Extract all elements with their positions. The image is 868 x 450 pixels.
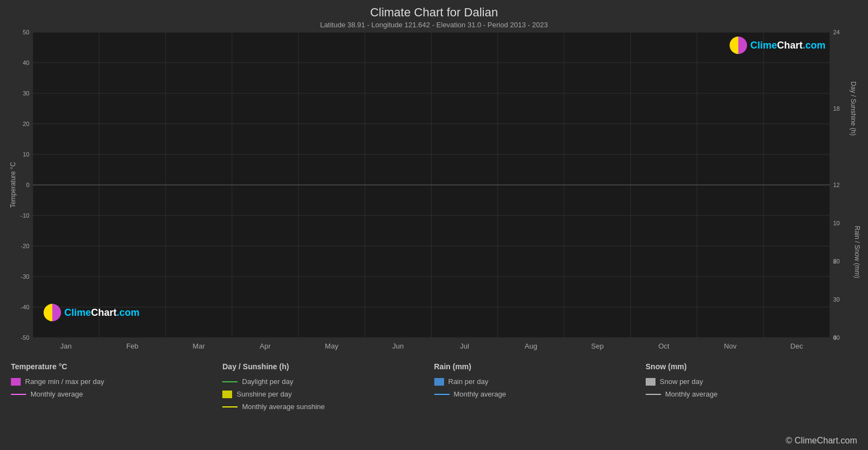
legend-snow-avg-label: Monthly average (665, 390, 718, 398)
y-axis-right: Day / Sunshine (h) Rain / Snow (mm) 2418… (830, 32, 868, 338)
x-label-dec: Dec (763, 342, 830, 350)
x-label-mar: Mar (166, 342, 232, 350)
chart-container: Climate Chart for Dalian Latitude 38.91 … (0, 0, 868, 450)
y-tick-left-10: 10 (23, 151, 29, 158)
legend-temp-avg-label: Monthly average (31, 390, 83, 398)
legend-rain-label: Rain per day (448, 377, 489, 386)
x-label-jul: Jul (432, 342, 498, 350)
y-tick-right-bottom-40: 40 (833, 334, 840, 341)
legend-temperature: Temperature °C Range min / max per day M… (11, 362, 222, 411)
legend-temp-range: Range min / max per day (11, 377, 222, 386)
snow-avg-line (646, 394, 661, 395)
legend-sunshine: Day / Sunshine (h) Daylight per day Suns… (222, 362, 434, 411)
chart-main: ClimeChart.com ClimeChart.com (33, 32, 830, 338)
legend-rain-avg-label: Monthly average (454, 390, 506, 398)
y-tick-left-neg50: -50 (21, 334, 29, 341)
legend-sunshine-avg-label: Monthly average sunshine (242, 403, 325, 411)
x-label-sep: Sep (564, 342, 630, 350)
temp-avg-line (11, 394, 26, 395)
y-tick-right-top-24: 24 (833, 29, 840, 35)
legend-snow: Snow (mm) Snow per day Monthly average (646, 362, 857, 411)
chart-svg (33, 32, 830, 338)
legend-temp-range-label: Range min / max per day (25, 377, 104, 386)
y-tick-left-40: 40 (23, 59, 29, 66)
legend-rain-title: Rain (mm) (434, 362, 646, 371)
logo-text-bottom: ClimeChart.com (64, 307, 139, 319)
y-tick-left-0: 0 (26, 182, 29, 188)
temp-range-swatch (11, 378, 21, 386)
y-tick-left-neg30: -30 (21, 273, 29, 280)
logo-icon-top (730, 37, 747, 54)
y-tick-left-neg20: -20 (21, 243, 29, 249)
sunshine-swatch (222, 391, 232, 398)
chart-title: Climate Chart for Dalian (370, 5, 498, 20)
y-tick-right-bottom-20: 20 (833, 258, 840, 265)
y-tick-left-50: 50 (23, 29, 29, 35)
legend-daylight-label: Daylight per day (242, 377, 293, 386)
legend-rain-per-day: Rain per day (434, 377, 646, 386)
legend-snow-per-day: Snow per day (646, 377, 857, 386)
x-axis: JanFebMarAprMayJunJulAugSepOctNovDec (0, 338, 868, 354)
chart-area-wrapper: Temperature °C 50403020100-10-20-30-40-5… (0, 32, 868, 338)
y-tick-left-20: 20 (23, 121, 29, 127)
y-tick-left-neg10: -10 (21, 212, 29, 219)
copyright: © ClimeChart.com (786, 436, 857, 446)
legend-sunshine-label: Sunshine per day (236, 390, 292, 398)
logo-icon-bottom (44, 304, 61, 321)
y-tick-left-30: 30 (23, 90, 29, 97)
y-tick-right-bottom-30: 30 (833, 296, 840, 303)
y-tick-left-neg40: -40 (21, 304, 29, 310)
y-tick-right-top-18: 18 (833, 105, 840, 112)
daylight-line (222, 381, 238, 382)
rain-avg-line (434, 394, 450, 395)
legend-snow-avg: Monthly average (646, 390, 857, 398)
x-label-jan: Jan (33, 342, 99, 350)
y-axis-left: Temperature °C 50403020100-10-20-30-40-5… (0, 32, 33, 338)
legend-daylight: Daylight per day (222, 377, 434, 386)
legend-temp-avg: Monthly average (11, 390, 222, 398)
logo-text-top: ClimeChart.com (750, 40, 825, 51)
y-tick-right-bottom-10: 10 (833, 220, 840, 226)
x-label-oct: Oct (630, 342, 697, 350)
legend-temp-title: Temperature °C (11, 362, 222, 371)
logo-top-right: ClimeChart.com (730, 37, 825, 54)
sunshine-avg-line (222, 406, 238, 407)
chart-subtitle: Latitude 38.91 - Longitude 121.642 - Ele… (320, 21, 548, 29)
y-tick-right-top-12: 12 (833, 182, 840, 188)
legend-rain: Rain (mm) Rain per day Monthly average (434, 362, 646, 411)
snow-swatch (646, 378, 655, 386)
legend-rain-avg: Monthly average (434, 390, 646, 398)
x-label-jun: Jun (365, 342, 432, 350)
x-label-may: May (299, 342, 365, 350)
x-label-feb: Feb (99, 342, 166, 350)
legend-snow-title: Snow (mm) (646, 362, 857, 371)
x-label-aug: Aug (497, 342, 564, 350)
x-label-apr: Apr (232, 342, 299, 350)
legend-sunshine-per-day: Sunshine per day (222, 390, 434, 398)
x-labels: JanFebMarAprMayJunJulAugSepOctNovDec (33, 342, 830, 350)
logo-bottom-left: ClimeChart.com (44, 304, 139, 321)
legend-snow-label: Snow per day (660, 377, 703, 386)
legend-area: Temperature °C Range min / max per day M… (0, 354, 868, 416)
legend-sun-title: Day / Sunshine (h) (222, 362, 434, 371)
rain-swatch (434, 378, 444, 386)
legend-sunshine-avg: Monthly average sunshine (222, 403, 434, 411)
x-label-nov: Nov (697, 342, 763, 350)
